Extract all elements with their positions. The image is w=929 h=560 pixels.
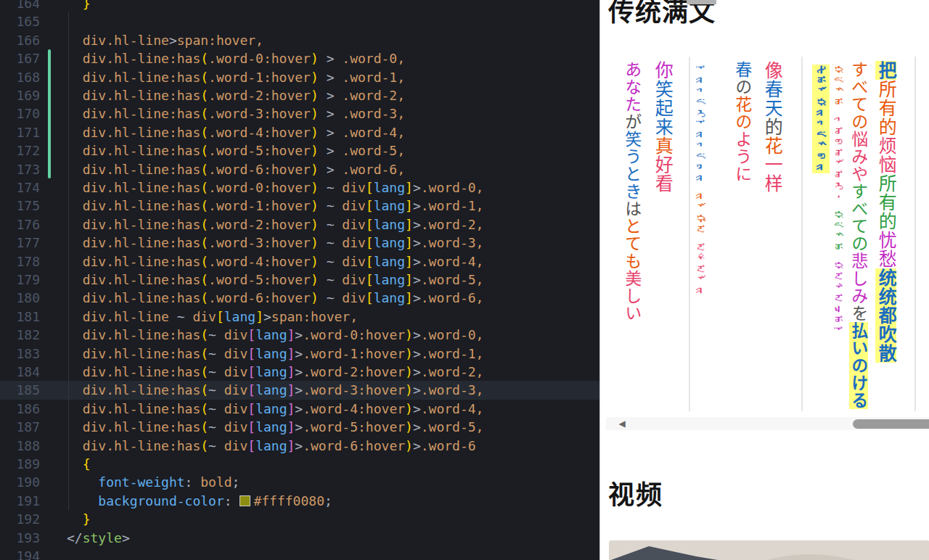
chinese-word[interactable]: 笑起来 <box>652 80 673 136</box>
scroll-left-arrow-icon[interactable]: ◀ <box>616 419 628 429</box>
line-number[interactable]: 174 <box>0 178 40 197</box>
japanese-word[interactable]: が <box>623 113 642 131</box>
chinese-word[interactable]: 春天 <box>761 80 782 118</box>
line-number[interactable]: 177 <box>0 234 40 252</box>
line-number[interactable]: 175 <box>0 197 40 215</box>
manchu-word[interactable]: ᡤᡝᠮᡠ <box>830 65 847 108</box>
code-line[interactable]: div.hl-line:has(.word-5:hover) ~ div[lan… <box>67 271 483 289</box>
line-number[interactable]: 173 <box>0 160 40 178</box>
japanese-word[interactable]: 悩みや <box>849 131 868 183</box>
japanese-word[interactable]: ように <box>733 131 752 183</box>
line-number[interactable]: 190 <box>0 473 40 491</box>
manchu-word[interactable]: ᠵᠣᠪᠣᠯᠣᠩ᠊ <box>830 115 847 202</box>
code-line[interactable]: div.hl-line:has(~ div[lang]>.word-4:hove… <box>67 400 483 418</box>
code-line[interactable]: div.hl-line:has(.word-2:hover) > .word-2… <box>67 86 405 104</box>
japanese-word[interactable]: は <box>623 200 642 218</box>
code-line[interactable]: div.hl-line:has(~ div[lang]>.word-5:hove… <box>67 418 483 436</box>
line-number[interactable]: 191 <box>0 492 40 510</box>
manchu-word[interactable]: ᡳᠯᡥᠠ <box>692 192 709 235</box>
code-line[interactable]: div.hl-line ~ div[lang]>span:hover, <box>67 308 358 326</box>
chinese-word[interactable]: 一样 <box>761 155 782 193</box>
japanese-word[interactable]: すべての <box>849 61 868 131</box>
chinese-word[interactable]: 像 <box>761 61 782 80</box>
code-editor-pane[interactable]: 1641651661671681691701711721731741751761… <box>0 0 599 560</box>
code-line[interactable]: div.hl-line>span:hover, <box>67 31 263 49</box>
japanese-word[interactable]: すべての <box>849 183 868 252</box>
code-line[interactable]: div.hl-line:has(.word-5:hover) > .word-5… <box>67 141 405 160</box>
code-line[interactable]: background-color: #ffff0080; <box>67 492 332 510</box>
code-line[interactable]: div.hl-line:has(.word-3:hover) ~ div[lan… <box>67 234 483 252</box>
manchu-word[interactable]: ᡤᡝᠮᡠ <box>830 210 847 253</box>
line-number[interactable]: 183 <box>0 345 40 363</box>
code-line[interactable]: div.hl-line:has(~ div[lang]>.word-1:hove… <box>67 345 483 363</box>
line-number[interactable]: 186 <box>0 400 40 418</box>
line-number[interactable]: 179 <box>0 271 40 289</box>
japanese-word[interactable]: あなた <box>623 61 642 113</box>
chinese-word[interactable]: 统统都吹散 <box>875 268 896 363</box>
line-number[interactable]: 176 <box>0 215 40 234</box>
chinese-word[interactable]: 的 <box>761 118 782 136</box>
chinese-word[interactable]: 烦恼 <box>875 136 896 174</box>
chinese-word[interactable]: 好看 <box>652 155 673 193</box>
line-number[interactable]: 189 <box>0 455 40 473</box>
chinese-word[interactable]: 忧愁 <box>875 231 896 268</box>
code-line[interactable]: </style> <box>67 529 130 547</box>
japanese-word[interactable]: 春 <box>733 61 752 78</box>
chinese-word[interactable]: 真 <box>652 136 673 155</box>
line-number[interactable]: 193 <box>0 529 40 547</box>
code-line[interactable]: div.hl-line:has(.word-4:hover) ~ div[lan… <box>67 252 483 271</box>
color-swatch-icon[interactable] <box>240 495 250 506</box>
line-number[interactable]: 180 <box>0 289 40 307</box>
line-number[interactable]: 182 <box>0 326 40 344</box>
line-number[interactable]: 192 <box>0 510 40 528</box>
japanese-word[interactable]: 笑うとき <box>623 131 642 200</box>
code-line[interactable]: div.hl-line:has(.word-4:hover) > .word-4… <box>67 123 405 141</box>
manchu-word[interactable]: ᠨᡳᠶᡝᠩᠨᡳᠶᡝᡵᡳ <box>692 65 709 184</box>
japanese-word[interactable]: を <box>849 305 868 322</box>
code-line[interactable]: font-weight: bold; <box>67 473 240 491</box>
code-line[interactable]: } <box>67 510 91 528</box>
line-number[interactable]: 188 <box>0 437 40 455</box>
japanese-word[interactable]: の <box>733 78 752 96</box>
git-change-indicator[interactable] <box>48 49 51 178</box>
line-number[interactable]: 169 <box>0 86 40 104</box>
line-number[interactable]: 187 <box>0 418 40 436</box>
line-number[interactable]: 170 <box>0 104 40 123</box>
line-number[interactable]: 194 <box>0 547 40 560</box>
line-number[interactable]: 164 <box>0 0 40 12</box>
chinese-word[interactable]: 所有的 <box>875 80 896 136</box>
code-line[interactable]: div.hl-line:has(~ div[lang]>.word-0:hove… <box>67 326 483 344</box>
video-thumbnail[interactable] <box>609 540 929 560</box>
line-number[interactable]: 181 <box>0 308 40 326</box>
horizontal-scrollbar-thumb[interactable] <box>853 419 929 429</box>
code-line[interactable]: } <box>67 0 91 12</box>
line-number[interactable]: 166 <box>0 31 40 49</box>
japanese-word[interactable]: 花の <box>733 96 752 131</box>
code-line[interactable]: div.hl-line:has(.word-1:hover) ~ div[lan… <box>67 197 483 215</box>
code-line[interactable]: div.hl-line:has(.word-6:hover) > .word-6… <box>67 160 405 178</box>
manchu-word[interactable]: ᠠᡩᠠᠯᡳ <box>692 242 709 297</box>
code-line[interactable]: div.hl-line:has(.word-2:hover) ~ div[lan… <box>67 215 483 234</box>
manchu-word[interactable]: ᡤᠠᠰᠠᠴᡠᠨ <box>830 260 847 337</box>
japanese-word[interactable]: とても <box>623 218 642 270</box>
line-number[interactable]: 171 <box>0 123 40 141</box>
code-line[interactable]: { <box>67 455 91 473</box>
code-line[interactable]: div.hl-line:has(.word-6:hover) ~ div[lan… <box>67 289 483 307</box>
line-number[interactable]: 168 <box>0 68 40 86</box>
code-line[interactable]: div.hl-line:has(~ div[lang]>.word-6:hove… <box>67 437 476 455</box>
chinese-word[interactable]: 花 <box>761 136 782 155</box>
line-number[interactable]: 185 <box>0 381 40 399</box>
line-number[interactable]: 184 <box>0 363 40 381</box>
line-number[interactable]: 178 <box>0 252 40 271</box>
line-number[interactable]: 165 <box>0 12 40 30</box>
preview-pane[interactable]: 传统满文 把所有的烦恼所有的忧愁统统都吹散すべての悩みやすべての悲しみを払いのけ… <box>599 0 929 560</box>
code-line[interactable]: div.hl-line:has(.word-3:hover) > .word-3… <box>67 104 405 123</box>
line-number[interactable]: 167 <box>0 49 40 67</box>
japanese-word[interactable]: 払いのける <box>849 322 868 409</box>
code-line[interactable]: div.hl-line:has(~ div[lang]>.word-2:hove… <box>67 363 483 381</box>
code-line[interactable]: div.hl-line:has(.word-0:hover) ~ div[lan… <box>67 178 483 197</box>
chinese-word[interactable]: 把 <box>875 61 896 80</box>
chinese-word[interactable]: 你 <box>652 61 673 80</box>
code-line[interactable]: div.hl-line:has(.word-0:hover) > .word-0… <box>67 49 405 67</box>
japanese-word[interactable]: 美しい <box>623 270 642 322</box>
